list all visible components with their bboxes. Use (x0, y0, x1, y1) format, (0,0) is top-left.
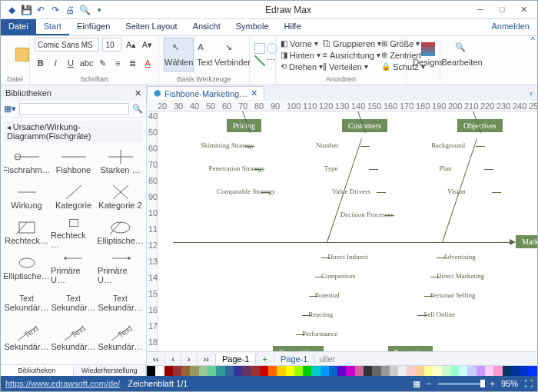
fit-page-icon[interactable]: ⛶ (524, 379, 533, 388)
send-back-button[interactable]: ◨ Hinten▾ (281, 49, 323, 61)
color-swatch[interactable] (216, 366, 224, 376)
color-swatch[interactable] (242, 366, 251, 376)
color-swatch[interactable] (520, 366, 528, 376)
qat-dropdown-icon[interactable]: ▾ (93, 4, 105, 16)
preview-icon[interactable]: 🔍 (78, 4, 91, 16)
underline-button[interactable]: U (65, 56, 77, 70)
cause-label[interactable]: Reacting (308, 311, 333, 318)
color-swatch[interactable] (268, 366, 277, 376)
minimize-button[interactable]: ─ (473, 5, 488, 15)
align-button[interactable]: ≣ (127, 56, 139, 70)
shape-Wirkung[interactable]: Wirkung (4, 180, 49, 214)
category-Pricing[interactable]: Pricing (227, 119, 261, 132)
page-nav-next[interactable]: › (181, 354, 198, 364)
color-swatch[interactable] (181, 366, 190, 376)
close-button[interactable]: ✕ (516, 5, 531, 15)
print-icon[interactable]: 🖨 (64, 4, 76, 16)
cause-label[interactable]: Type (324, 164, 338, 172)
color-swatch[interactable] (286, 366, 294, 376)
color-swatch[interactable] (199, 366, 208, 376)
undo-icon[interactable]: ↶ (35, 4, 47, 16)
cause-label[interactable]: Plan (440, 164, 452, 172)
color-swatch[interactable] (511, 366, 520, 376)
color-swatch[interactable] (173, 366, 181, 376)
color-swatch[interactable] (398, 366, 407, 376)
color-swatch[interactable] (294, 366, 303, 376)
cause-label[interactable]: Personal Selling (430, 291, 476, 299)
color-swatch[interactable] (260, 366, 268, 376)
font-shrink-icon[interactable]: A▾ (141, 38, 154, 51)
shape-Rechteck …[interactable]: Rechteck … (51, 215, 96, 249)
page-nav-last[interactable]: ›› (198, 354, 216, 364)
color-swatch[interactable] (493, 366, 502, 376)
font-size-combo[interactable]: 10 (102, 38, 121, 51)
page-tab-2[interactable]: Page-1 (274, 354, 314, 364)
color-swatch[interactable] (329, 366, 337, 376)
zoom-slider[interactable] (438, 383, 484, 385)
connector-tool[interactable]: ↘Verbinder (215, 38, 249, 71)
cause-label[interactable]: Decision Processes (340, 211, 394, 218)
sidebar-tab-libraries[interactable]: Bibliotheken (1, 365, 74, 376)
rotate-button[interactable]: ⟲ Drehen▾ (281, 61, 323, 72)
menu-start[interactable]: Start (36, 19, 69, 35)
cause-label[interactable]: Comparable Strategy (217, 188, 275, 195)
bring-front-button[interactable]: ◧ Vorne▾ (281, 38, 323, 49)
shape-Sekundär…[interactable]: TextSekundär… (51, 321, 96, 355)
shape-Kategorie[interactable]: Kategorie (51, 180, 96, 214)
color-swatch[interactable] (208, 366, 216, 376)
italic-button[interactable]: I (50, 56, 62, 70)
menu-view[interactable]: Ansicht (185, 19, 228, 35)
status-url[interactable]: https://www.edrawsoft.com/de/ (5, 379, 120, 388)
bullets-button[interactable]: ≡ (111, 56, 124, 70)
color-swatch[interactable] (503, 366, 511, 376)
color-swatch[interactable] (311, 366, 320, 376)
menu-help[interactable]: Hilfe (277, 19, 309, 35)
shape-Sekundär…[interactable]: TextSekundär… (51, 286, 96, 320)
color-swatch[interactable] (355, 366, 364, 376)
search-icon[interactable]: 🔍 (132, 104, 143, 114)
strike-button[interactable]: abc (80, 56, 94, 70)
shape-Starken …[interactable]: Starken … (98, 145, 143, 178)
font-color-button[interactable]: A (141, 56, 154, 70)
shape-Rechteck…[interactable]: Rechteck… (4, 215, 49, 249)
color-swatch[interactable] (450, 366, 459, 376)
shape-Primäre U…[interactable]: Primäre U… (98, 251, 143, 284)
color-swatch[interactable] (416, 366, 424, 376)
menu-page-layout[interactable]: Seiten Layout (118, 19, 184, 35)
search-input[interactable] (19, 103, 129, 115)
ribbon-collapse-icon[interactable]: ^ (531, 35, 535, 45)
cause-label[interactable]: Sell Online (423, 311, 455, 318)
color-swatch[interactable] (277, 366, 285, 376)
highlight-button[interactable]: ✎ (97, 56, 109, 70)
shape-Elliptische…[interactable]: Elliptische… (4, 251, 49, 284)
cause-label[interactable]: Direct Marketing (437, 272, 484, 280)
color-swatch[interactable] (337, 366, 346, 376)
select-tool[interactable]: ↖Wählen (164, 38, 194, 71)
color-swatch[interactable] (234, 366, 242, 376)
doc-tab-prev-icon[interactable]: ‹ (525, 88, 537, 98)
font-family-combo[interactable]: Comic Sans MS (35, 38, 99, 51)
cause-label[interactable]: Direct Indirect (327, 253, 368, 261)
color-swatch[interactable] (225, 366, 234, 376)
color-swatch[interactable] (477, 366, 485, 376)
color-swatch[interactable] (459, 366, 467, 376)
shape-line[interactable] (254, 55, 265, 66)
color-swatch[interactable] (381, 366, 390, 376)
login-link[interactable]: Anmelden (483, 19, 537, 35)
zoom-in-icon[interactable]: + (490, 379, 495, 388)
text-tool[interactable]: AText (197, 38, 212, 71)
shape-Primäre U…[interactable]: Primäre U… (51, 251, 96, 284)
color-swatch[interactable] (442, 366, 450, 376)
cause-label[interactable]: Background (431, 141, 465, 149)
redo-icon[interactable]: ↷ (49, 4, 61, 16)
fishbone-head[interactable]: Marketing (516, 235, 537, 248)
shape-Sekundär…[interactable]: TextSekundär… (98, 286, 143, 320)
canvas[interactable]: Marketing PricingSkimming StrategyPenetr… (158, 111, 537, 351)
color-swatch[interactable] (485, 366, 493, 376)
shape-Sekundär…[interactable]: TextSekundär… (4, 321, 49, 355)
page-add-button[interactable]: + (256, 354, 274, 364)
menu-insert[interactable]: Einfügen (69, 19, 118, 35)
shape-Sekundär…[interactable]: TextSekundär… (4, 286, 49, 320)
page-nav-first[interactable]: ‹‹ (147, 354, 165, 364)
sidebar-close-icon[interactable]: ✕ (134, 88, 141, 98)
